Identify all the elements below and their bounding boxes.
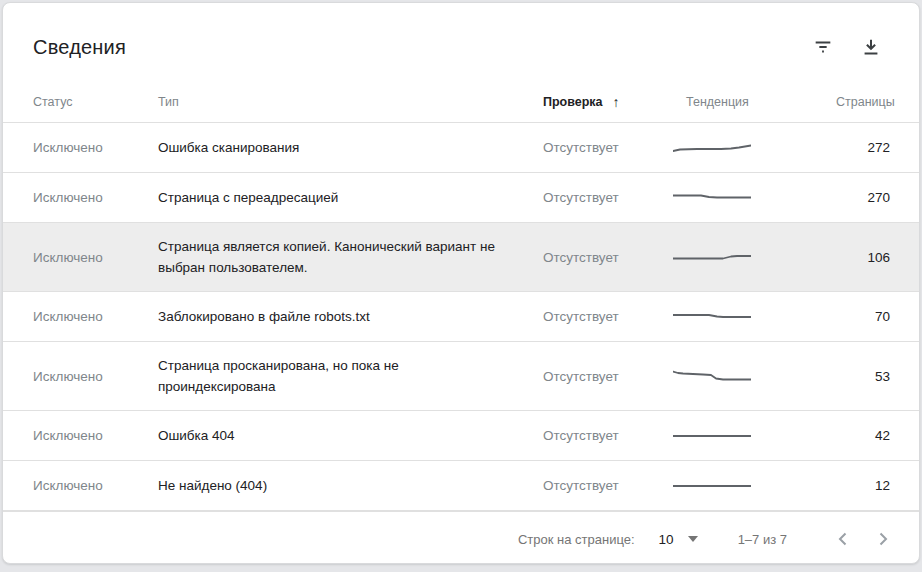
table-row[interactable]: ИсключеноНе найдено (404)Отсутствует12 — [3, 461, 919, 511]
page-range-label: 1–7 из 7 — [738, 532, 787, 547]
trend-sparkline — [686, 191, 836, 205]
status-cell: Исключено — [33, 309, 158, 324]
table-row[interactable]: ИсключеноОшибка сканированияОтсутствует2… — [3, 123, 919, 173]
type-cell: Ошибка 404 — [158, 425, 503, 446]
column-header-status[interactable]: Статус — [33, 95, 158, 109]
validation-cell: Отсутствует — [543, 369, 686, 384]
table-body: ИсключеноОшибка сканированияОтсутствует2… — [3, 123, 919, 511]
details-card: Сведения Статус — [2, 2, 920, 564]
sort-arrow-up-icon: ↑ — [613, 94, 620, 110]
rows-per-page-value: 10 — [659, 532, 674, 547]
table-row[interactable]: ИсключеноОшибка 404Отсутствует42 — [3, 411, 919, 461]
status-cell: Исключено — [33, 478, 158, 493]
pages-count-cell: 42 — [836, 428, 890, 443]
validation-cell: Отсутствует — [543, 190, 686, 205]
next-page-button[interactable] — [863, 519, 903, 559]
type-cell: Ошибка сканирования — [158, 137, 503, 158]
type-cell: Страница является копией. Канонический в… — [158, 236, 503, 278]
pages-count-cell: 53 — [836, 369, 890, 384]
table-row[interactable]: ИсключеноСтраница является копией. Канон… — [3, 223, 919, 292]
type-cell: Не найдено (404) — [158, 475, 503, 496]
download-icon — [860, 36, 882, 58]
validation-cell: Отсутствует — [543, 140, 686, 155]
status-cell: Исключено — [33, 369, 158, 384]
table-row[interactable]: ИсключеноЗаблокировано в файле robots.tx… — [3, 292, 919, 342]
titlebar-actions — [803, 27, 895, 67]
rows-per-page-select[interactable]: 10 — [659, 532, 698, 547]
trend-sparkline — [686, 369, 836, 383]
type-cell: Страница с переадресацией — [158, 187, 503, 208]
column-header-validation[interactable]: Проверка ↑ — [543, 94, 686, 110]
column-header-label: Страницы — [836, 95, 895, 109]
validation-cell: Отсутствует — [543, 428, 686, 443]
column-header-pages[interactable]: Страницы — [836, 95, 895, 109]
column-header-label: Тип — [158, 95, 179, 109]
previous-page-button[interactable] — [823, 519, 863, 559]
pages-count-cell: 70 — [836, 309, 890, 324]
column-header-label: Статус — [33, 95, 73, 109]
trend-sparkline — [686, 250, 836, 264]
table-row[interactable]: ИсключеноСтраница просканирована, но пок… — [3, 342, 919, 411]
column-header-label: Проверка — [543, 95, 603, 109]
pages-count-cell: 272 — [836, 140, 890, 155]
column-header-label: Тенденция — [686, 95, 749, 109]
filter-list-icon — [812, 36, 834, 58]
table-header-row: Статус Тип Проверка ↑ Тенденция Страницы — [3, 81, 919, 123]
status-cell: Исключено — [33, 140, 158, 155]
type-cell: Страница просканирована, но пока не прои… — [158, 355, 503, 397]
column-header-trend: Тенденция — [686, 95, 836, 109]
trend-sparkline — [686, 310, 836, 324]
trend-sparkline — [686, 429, 836, 443]
pages-count-cell: 12 — [836, 478, 890, 493]
chevron-right-icon — [871, 527, 895, 551]
column-header-type[interactable]: Тип — [158, 95, 543, 109]
page-title: Сведения — [33, 36, 126, 59]
title-bar: Сведения — [3, 3, 919, 81]
validation-cell: Отсутствует — [543, 309, 686, 324]
validation-cell: Отсутствует — [543, 250, 686, 265]
trend-sparkline — [686, 141, 836, 155]
dropdown-caret-icon — [688, 536, 698, 542]
pages-count-cell: 270 — [836, 190, 890, 205]
type-cell: Заблокировано в файле robots.txt — [158, 306, 503, 327]
chevron-left-icon — [831, 527, 855, 551]
rows-per-page-label: Строк на странице: — [518, 532, 635, 547]
status-cell: Исключено — [33, 190, 158, 205]
filter-button[interactable] — [803, 27, 843, 67]
status-cell: Исключено — [33, 250, 158, 265]
status-cell: Исключено — [33, 428, 158, 443]
validation-cell: Отсутствует — [543, 478, 686, 493]
trend-sparkline — [686, 479, 836, 493]
download-button[interactable] — [851, 27, 891, 67]
table-row[interactable]: ИсключеноСтраница с переадресациейОтсутс… — [3, 173, 919, 223]
pages-count-cell: 106 — [836, 250, 890, 265]
pagination-bar: Строк на странице: 10 1–7 из 7 — [3, 511, 919, 564]
